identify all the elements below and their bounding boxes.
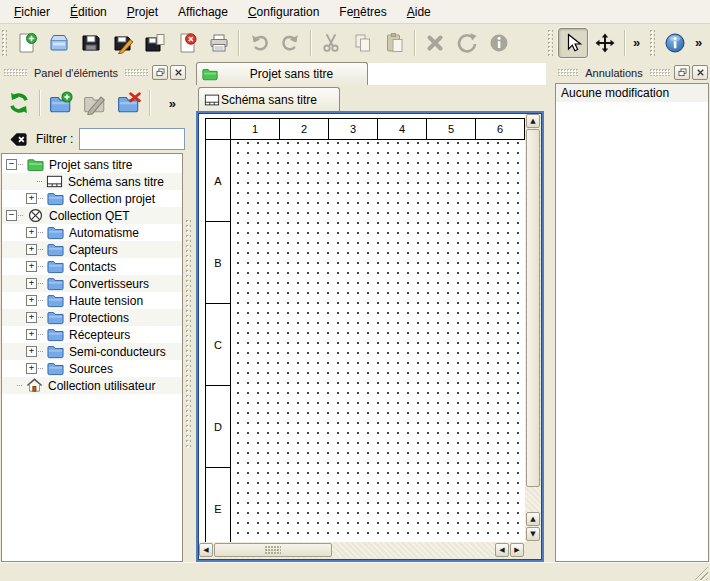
undo-panel-titlebar[interactable]: Annulations xyxy=(556,63,708,82)
horizontal-scroll-thumb[interactable] xyxy=(214,543,332,557)
expand-toggle[interactable]: + xyxy=(26,329,37,340)
scroll-up-button[interactable]: ▲ xyxy=(526,114,540,128)
tree-item-semi-conducteurs[interactable]: +Semi-conducteurs xyxy=(2,343,182,360)
titlebar-texture xyxy=(125,69,148,76)
folder-icon xyxy=(46,275,64,292)
delete-button[interactable] xyxy=(420,28,450,58)
open-document-button[interactable] xyxy=(44,28,74,58)
expand-toggle[interactable]: + xyxy=(26,193,37,204)
undo-list-item[interactable]: Aucune modification xyxy=(556,84,708,102)
toolbar-overflow-button[interactable]: » xyxy=(633,35,640,50)
menu-item-affichage[interactable]: Affichage xyxy=(168,2,238,22)
horizontal-scrollbar[interactable]: ◀ ◀ ▶ xyxy=(199,542,525,558)
save-as-button[interactable] xyxy=(108,28,138,58)
tree-item-label: Haute tension xyxy=(69,294,143,308)
print-button[interactable] xyxy=(204,28,234,58)
panel-toolbar-overflow-button[interactable]: » xyxy=(169,96,176,111)
folder-icon xyxy=(46,224,64,241)
vertical-scroll-thumb[interactable] xyxy=(526,129,540,487)
expand-toggle[interactable]: + xyxy=(26,227,37,238)
toolbar-drag-handle[interactable] xyxy=(650,30,655,56)
menu-item-edition[interactable]: Édition xyxy=(60,2,117,22)
scroll-down-button[interactable]: ▼ xyxy=(526,527,540,541)
tree-item-contacts[interactable]: +Contacts xyxy=(2,258,182,275)
close-document-button[interactable] xyxy=(172,28,202,58)
expand-toggle[interactable]: + xyxy=(26,295,37,306)
redo-button[interactable] xyxy=(276,28,306,58)
tree-item-collection-projet[interactable]: +Collection projet xyxy=(2,190,182,207)
save-button[interactable] xyxy=(76,28,106,58)
undo-panel-title: Annulations xyxy=(580,67,648,79)
tree-item-automatisme[interactable]: +Automatisme xyxy=(2,224,182,241)
schema-tab-bar: Schéma sans titre xyxy=(194,85,546,111)
scrollbar-corner xyxy=(525,542,541,558)
undo-history-list[interactable]: Aucune modification xyxy=(555,83,709,562)
folder-icon xyxy=(46,258,64,275)
toolbar-separator xyxy=(414,30,416,56)
expand-toggle[interactable]: + xyxy=(26,244,37,255)
tab-project[interactable]: Projet sans titre xyxy=(196,62,368,85)
delete-category-button[interactable] xyxy=(113,87,145,119)
menu-item-configuration[interactable]: Configuration xyxy=(238,2,329,22)
expand-toggle[interactable]: + xyxy=(26,363,37,374)
close-icon xyxy=(695,67,706,78)
vertical-scrollbar[interactable]: ▲ ▲ ▼ xyxy=(525,114,541,542)
elements-tree[interactable]: −Projet sans titreSchéma sans titre+Coll… xyxy=(1,153,183,562)
size-grip[interactable] xyxy=(694,566,708,580)
scroll-up-button[interactable]: ▲ xyxy=(526,512,540,526)
diagram-info-button[interactable] xyxy=(660,28,690,58)
tree-item-schema-sans-titre[interactable]: Schéma sans titre xyxy=(2,173,182,190)
cut-icon xyxy=(320,32,342,54)
new-category-button[interactable] xyxy=(45,87,77,119)
menu-item-projet[interactable]: Projet xyxy=(117,2,168,22)
elements-panel-titlebar[interactable]: Panel d'éléments xyxy=(2,63,186,82)
toolbar-drag-handle[interactable] xyxy=(548,30,553,56)
new-document-button[interactable] xyxy=(12,28,42,58)
collapse-toggle[interactable]: − xyxy=(6,159,17,170)
expand-toggle[interactable]: + xyxy=(26,346,37,357)
expand-toggle[interactable]: + xyxy=(26,261,37,272)
float-panel-button[interactable] xyxy=(674,65,690,80)
move-tool-button[interactable] xyxy=(590,28,620,58)
tree-item-collection-utilisateur[interactable]: Collection utilisateur xyxy=(2,377,182,394)
expand-toggle[interactable]: + xyxy=(26,312,37,323)
tree-item-projet-sans-titre[interactable]: −Projet sans titre xyxy=(2,156,182,173)
toolbar-drag-handle[interactable] xyxy=(2,30,7,56)
rotate-button[interactable] xyxy=(452,28,482,58)
paste-button[interactable] xyxy=(380,28,410,58)
menu-item-fenetres[interactable]: Fenêtres xyxy=(329,2,396,22)
menu-item-fichier[interactable]: Fichier xyxy=(4,2,60,22)
tree-item-capteurs[interactable]: +Capteurs xyxy=(2,241,182,258)
tree-guide-line xyxy=(38,198,43,199)
menu-item-aide[interactable]: Aide xyxy=(397,2,441,22)
diagram-canvas[interactable]: 123456 ABCDE xyxy=(199,114,525,542)
expand-toggle[interactable]: + xyxy=(26,278,37,289)
toolbar-overflow-button[interactable]: » xyxy=(695,35,702,50)
float-panel-button[interactable] xyxy=(152,65,168,80)
collapse-toggle[interactable]: − xyxy=(6,210,17,221)
edit-category-button[interactable] xyxy=(79,87,111,119)
filter-label: Filtrer : xyxy=(36,132,73,146)
splitter-handle[interactable] xyxy=(183,60,194,562)
tree-item-convertisseurs[interactable]: +Convertisseurs xyxy=(2,275,182,292)
scroll-left-button[interactable]: ◀ xyxy=(199,543,213,557)
tree-item-recepteurs[interactable]: +Récepteurs xyxy=(2,326,182,343)
copy-button[interactable] xyxy=(348,28,378,58)
close-panel-button[interactable] xyxy=(692,65,708,80)
tree-item-collection-qet[interactable]: −Collection QET xyxy=(2,207,182,224)
tree-item-sources[interactable]: +Sources xyxy=(2,360,182,377)
tree-item-haute-tension[interactable]: +Haute tension xyxy=(2,292,182,309)
scroll-left-button[interactable]: ◀ xyxy=(495,543,509,557)
clear-filter-button[interactable] xyxy=(6,128,30,150)
column-header-1: 1 xyxy=(231,119,280,140)
reload-collections-button[interactable] xyxy=(3,87,35,119)
tree-item-protections[interactable]: +Protections xyxy=(2,309,182,326)
filter-input[interactable] xyxy=(79,128,185,150)
scroll-right-button[interactable]: ▶ xyxy=(510,543,524,557)
undo-button[interactable] xyxy=(244,28,274,58)
save-all-button[interactable] xyxy=(140,28,170,58)
select-tool-button[interactable] xyxy=(558,28,588,58)
tab-schema[interactable]: Schéma sans titre xyxy=(198,87,340,111)
cut-button[interactable] xyxy=(316,28,346,58)
element-info-button[interactable] xyxy=(484,28,514,58)
